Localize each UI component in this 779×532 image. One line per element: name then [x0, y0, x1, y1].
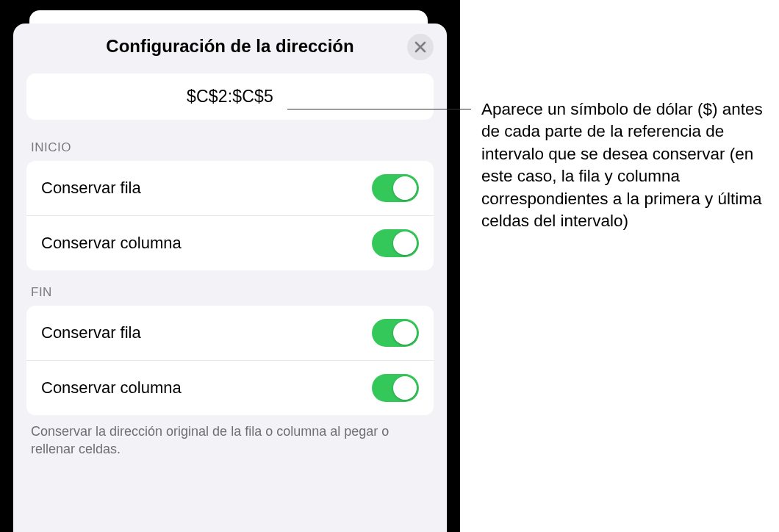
close-button[interactable]	[407, 34, 434, 60]
row-end-preserve-column: Conservar columna	[26, 361, 434, 415]
start-card: Conservar fila Conservar columna	[26, 161, 434, 270]
label-end-preserve-column: Conservar columna	[41, 378, 182, 398]
reference-text: $C$2:$C$5	[187, 87, 273, 106]
toggle-start-preserve-column[interactable]	[372, 229, 419, 257]
toggle-knob	[393, 376, 417, 400]
label-end-preserve-row: Conservar fila	[41, 323, 141, 342]
toggle-knob	[393, 321, 417, 345]
toggle-knob	[393, 176, 417, 200]
panel-header: Configuración de la dirección	[13, 24, 447, 65]
footnote: Conservar la dirección original de la fi…	[31, 423, 429, 459]
panel-body: $C$2:$C$5 INICIO Conservar fila Conserva…	[13, 73, 447, 459]
end-card: Conservar fila Conservar columna	[26, 306, 434, 415]
section-header-end: FIN	[31, 285, 434, 300]
row-start-preserve-column: Conservar columna	[26, 216, 434, 270]
row-start-preserve-row: Conservar fila	[26, 161, 434, 216]
row-end-preserve-row: Conservar fila	[26, 306, 434, 361]
toggle-start-preserve-row[interactable]	[372, 174, 419, 202]
callout-text: Aparece un símbolo de dólar ($) antes de…	[481, 98, 769, 232]
close-icon	[414, 41, 426, 53]
reference-display[interactable]: $C$2:$C$5	[26, 73, 434, 120]
toggle-knob	[393, 231, 417, 255]
label-start-preserve-row: Conservar fila	[41, 179, 141, 198]
toggle-end-preserve-column[interactable]	[372, 374, 419, 402]
callout-leader-line	[287, 109, 471, 109]
section-header-start: INICIO	[31, 140, 434, 155]
label-start-preserve-column: Conservar columna	[41, 234, 182, 253]
address-settings-panel: Configuración de la dirección $C$2:$C$5 …	[13, 24, 447, 532]
toggle-end-preserve-row[interactable]	[372, 319, 419, 347]
panel-title: Configuración de la dirección	[106, 36, 353, 57]
